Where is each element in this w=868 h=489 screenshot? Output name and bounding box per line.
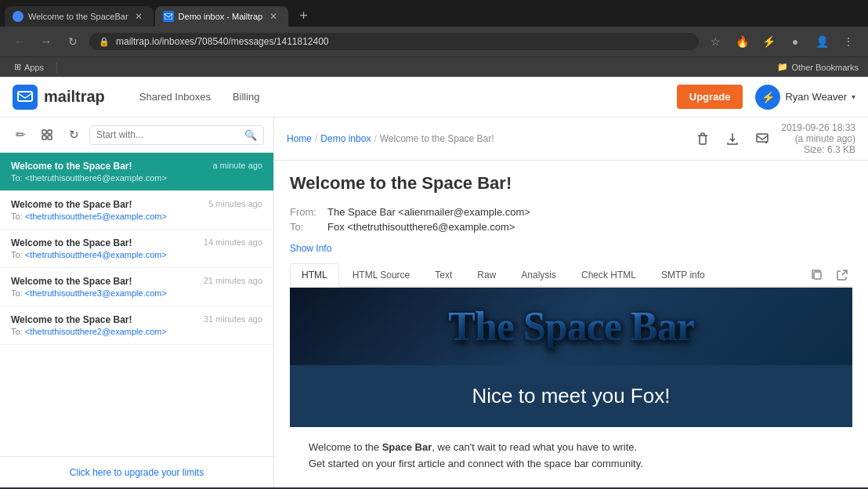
tab-html-source[interactable]: HTML Source <box>341 263 422 286</box>
tab-text[interactable]: Text <box>423 263 464 286</box>
user-avatar: ⚡ <box>755 85 780 110</box>
delete-button[interactable] <box>692 128 714 150</box>
browser-tab-2[interactable]: Demo inbox - Mailtrap ✕ <box>155 6 288 27</box>
user-section[interactable]: ⚡ Ryan Weaver ▾ <box>755 85 855 110</box>
nav-billing[interactable]: Billing <box>223 86 269 107</box>
tab-actions <box>807 265 852 285</box>
email-time-3: 14 minutes ago <box>204 237 262 247</box>
breadcrumb-sep-2: / <box>374 133 376 144</box>
preview-body-text-2: , we can't wait to read what you have to… <box>432 441 637 453</box>
extension-btn-1[interactable]: 🔥 <box>732 31 752 52</box>
email-to-link-2[interactable]: <thetruthisoutthere5@example.com> <box>25 212 167 221</box>
url-text: mailtrap.io/inboxes/708540/messages/1411… <box>116 36 689 47</box>
upgrade-button[interactable]: Upgrade <box>677 85 743 109</box>
extension-btn-2[interactable]: ⚡ <box>758 31 779 52</box>
app-nav: mailtrap Shared Inboxes Billing Upgrade … <box>0 77 868 118</box>
new-tab-button[interactable]: + <box>293 5 315 27</box>
tab-close-1[interactable]: ✕ <box>133 11 144 22</box>
folder-icon: 📁 <box>777 62 788 72</box>
breadcrumb-demo-inbox[interactable]: Demo inbox <box>320 133 371 144</box>
upgrade-limits-link[interactable]: Click here to upgrade your limits <box>70 467 204 478</box>
email-item-3[interactable]: Welcome to the Space Bar! 14 minutes ago… <box>0 230 273 268</box>
email-item-3-header: Welcome to the Space Bar! 14 minutes ago <box>11 237 262 248</box>
breadcrumb: Home / Demo inbox / Welcome to the Space… <box>287 133 494 144</box>
other-bookmarks[interactable]: 📁 Other Bookmarks <box>777 62 859 72</box>
svg-rect-6 <box>757 134 768 142</box>
sidebar-toolbar: ✏ ↻ 🔍 <box>0 118 273 153</box>
nav-links: Shared Inboxes Billing <box>130 86 677 107</box>
email-to-5: To: <thetruthisoutthere2@example.com> <box>11 327 262 336</box>
preview-title: The Space Bar <box>448 304 693 349</box>
from-label: From: <box>290 206 321 218</box>
forward-button[interactable] <box>751 128 773 150</box>
svg-rect-2 <box>42 130 46 134</box>
svg-rect-3 <box>48 130 52 134</box>
tab-smtp-info[interactable]: SMTP info <box>649 263 717 286</box>
email-tabs-container: HTML HTML Source Text Raw Analysis Check… <box>290 263 852 288</box>
to-value: Fox <thetruthisoutthere6@example.com> <box>327 221 515 233</box>
from-value: The Space Bar <alienmailer@example.com> <box>327 206 530 218</box>
tab-raw[interactable]: Raw <box>465 263 508 286</box>
preview-body-bold: Space Bar <box>382 441 432 453</box>
tab-analysis[interactable]: Analysis <box>509 263 568 286</box>
tab-external-button[interactable] <box>832 265 852 285</box>
email-item-5[interactable]: Welcome to the Space Bar! 31 minutes ago… <box>0 306 273 345</box>
email-date-paren: (a minute ago) <box>781 133 855 144</box>
tab-favicon-1 <box>13 11 24 22</box>
extension-btn-4[interactable]: 👤 <box>812 31 832 52</box>
back-button[interactable]: ← <box>9 31 30 52</box>
email-time-1: a minute ago <box>212 161 262 170</box>
refresh-button[interactable]: ↻ <box>63 31 83 52</box>
svg-rect-5 <box>48 136 52 139</box>
url-bar[interactable]: 🔒 mailtrap.io/inboxes/708540/messages/14… <box>89 33 699 50</box>
app-logo[interactable]: mailtrap <box>13 85 105 110</box>
email-meta: 2019-09-26 18:33 (a minute ago) Size: 6.… <box>781 122 855 155</box>
download-button[interactable] <box>722 128 743 150</box>
forward-button[interactable]: → <box>36 31 56 52</box>
sidebar-search[interactable]: 🔍 <box>89 125 264 145</box>
apps-label: Apps <box>24 63 44 72</box>
breadcrumb-current: Welcome to the Space Bar! <box>380 133 494 144</box>
compose-button[interactable]: ✏ <box>9 124 31 146</box>
email-to-4: To: <thetruthisoutthere3@example.com> <box>11 288 262 298</box>
email-item-5-header: Welcome to the Space Bar! 31 minutes ago <box>11 314 262 325</box>
email-item-2[interactable]: Welcome to the Space Bar! 5 minutes ago … <box>0 191 273 230</box>
email-fields: From: The Space Bar <alienmailer@example… <box>290 206 852 233</box>
menu-button[interactable]: ⋮ <box>838 31 859 52</box>
email-preview: The Space Bar Nice to meet you Fox! Welc… <box>290 288 852 485</box>
search-input[interactable] <box>96 129 240 140</box>
browser-tab-1[interactable]: Welcome to the SpaceBar ✕ <box>5 6 154 27</box>
app-container: mailtrap Shared Inboxes Billing Upgrade … <box>0 77 868 487</box>
browser-tabs-bar: Welcome to the SpaceBar ✕ Demo inbox - M… <box>0 0 868 27</box>
email-item-2-header: Welcome to the Space Bar! 5 minutes ago <box>11 199 262 210</box>
email-item-1[interactable]: Welcome to the Space Bar! a minute ago T… <box>0 153 273 191</box>
svg-rect-1 <box>18 92 32 101</box>
tab-copy-button[interactable] <box>807 265 827 285</box>
tab-title-2: Demo inbox - Mailtrap <box>179 12 263 21</box>
svg-rect-4 <box>42 136 46 139</box>
lock-icon: 🔒 <box>99 37 110 47</box>
preview-meet-section: Nice to meet you Fox! <box>290 365 852 427</box>
email-to-link-4[interactable]: <thetruthisoutthere3@example.com> <box>25 288 167 298</box>
email-item-1-header: Welcome to the Space Bar! a minute ago <box>11 161 262 172</box>
email-to-link-5[interactable]: <thetruthisoutthere2@example.com> <box>25 327 167 336</box>
show-info-link[interactable]: Show Info <box>290 243 331 254</box>
browser-chrome: Welcome to the SpaceBar ✕ Demo inbox - M… <box>0 0 868 77</box>
email-item-4[interactable]: Welcome to the Space Bar! 21 minutes ago… <box>0 268 273 306</box>
tab-close-2[interactable]: ✕ <box>268 11 279 22</box>
breadcrumb-sep-1: / <box>315 133 317 144</box>
templates-button[interactable] <box>36 124 58 146</box>
breadcrumb-home[interactable]: Home <box>287 133 312 144</box>
bookmarks-bar: ⊞ Apps 📁 Other Bookmarks <box>0 56 868 77</box>
browser-toolbar: ← → ↻ 🔒 mailtrap.io/inboxes/708540/messa… <box>0 27 868 56</box>
refresh-inbox-button[interactable]: ↻ <box>63 124 85 146</box>
apps-shortcut[interactable]: ⊞ Apps <box>9 60 49 74</box>
tab-check-html[interactable]: Check HTML <box>570 263 648 286</box>
star-button[interactable]: ☆ <box>705 31 725 52</box>
extension-btn-3[interactable]: ● <box>785 31 805 52</box>
email-to-link-3[interactable]: <thetruthisoutthere4@example.com> <box>25 250 167 259</box>
content-action-group: 2019-09-26 18:33 (a minute ago) Size: 6.… <box>692 122 855 155</box>
apps-grid-icon: ⊞ <box>14 62 21 72</box>
tab-html[interactable]: HTML <box>290 263 339 288</box>
nav-shared-inboxes[interactable]: Shared Inboxes <box>130 86 220 107</box>
